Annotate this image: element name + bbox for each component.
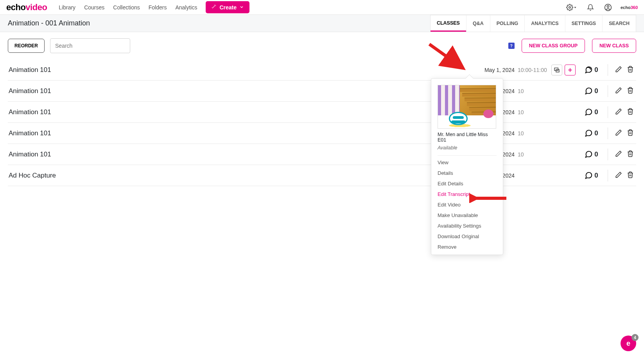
- comments[interactable]: 0: [579, 108, 603, 117]
- comment-count: 0: [594, 172, 598, 180]
- row-time: 10: [518, 151, 549, 158]
- tab-classes[interactable]: CLASSES: [431, 15, 466, 32]
- row-title: Animation 101: [8, 87, 484, 95]
- divider: [608, 170, 608, 181]
- svg-point-0: [569, 6, 571, 8]
- row-time: 10:00-11:00: [518, 67, 549, 73]
- annotation-arrow-1: [427, 42, 466, 74]
- chat-icon: [584, 171, 593, 180]
- brand-logo[interactable]: echovideo: [6, 2, 47, 13]
- comment-count: 0: [594, 129, 598, 137]
- new-class-button[interactable]: NEW CLASS: [592, 39, 636, 53]
- popover-view[interactable]: View: [431, 157, 503, 168]
- media-thumbnail[interactable]: [438, 85, 496, 129]
- pencil-icon: [615, 66, 622, 73]
- section-tabs: CLASSES Q&A POLLING ANALYTICS SETTINGS S…: [430, 15, 636, 32]
- new-class-group-button[interactable]: NEW CLASS GROUP: [522, 39, 585, 53]
- tab-qa[interactable]: Q&A: [466, 15, 490, 32]
- reorder-button[interactable]: REORDER: [8, 39, 45, 53]
- edit-button[interactable]: [613, 169, 624, 182]
- row-actions: 0: [549, 148, 636, 161]
- comments[interactable]: 0: [579, 129, 603, 138]
- topbar-right: echo360: [565, 2, 638, 13]
- settings-dropdown-button[interactable]: [565, 2, 578, 13]
- popover-details[interactable]: Details: [431, 168, 503, 178]
- pencil-icon: [615, 87, 622, 94]
- delete-button[interactable]: [624, 63, 636, 76]
- nav-folders[interactable]: Folders: [149, 4, 167, 11]
- wand-icon: [211, 4, 217, 11]
- comment-count: 0: [594, 108, 598, 116]
- class-row[interactable]: Ad Hoc Capture November 15, 2024 0: [8, 165, 636, 186]
- toolbar-right: ? NEW CLASS GROUP NEW CLASS: [508, 39, 636, 53]
- edit-button[interactable]: [613, 127, 624, 140]
- logo-part-2: video: [25, 2, 47, 12]
- class-row[interactable]: Animation 101 May 8, 2024 10 0: [8, 123, 636, 144]
- pencil-icon: [615, 108, 622, 115]
- nav-collections[interactable]: Collections: [113, 4, 140, 11]
- delete-button[interactable]: [624, 127, 636, 140]
- chevron-down-icon: [239, 4, 244, 11]
- media-popover: Mr. Men and Little Miss E01 Available Vi…: [431, 78, 503, 186]
- notifications-button[interactable]: [585, 2, 596, 13]
- edit-button[interactable]: [613, 148, 624, 161]
- row-actions: 0: [549, 169, 636, 182]
- trash-icon: [627, 108, 634, 115]
- comments[interactable]: 0: [579, 171, 603, 180]
- class-row[interactable]: Animation 101 May 10, 2024 10 0: [8, 144, 636, 165]
- svg-point-3: [607, 5, 609, 7]
- svg-line-9: [429, 44, 461, 66]
- delete-button[interactable]: [624, 106, 636, 118]
- tab-search[interactable]: SEARCH: [602, 15, 636, 32]
- comments[interactable]: 0: [579, 150, 603, 159]
- divider: [608, 127, 608, 139]
- add-media-button[interactable]: [565, 65, 576, 75]
- svg-marker-1: [574, 7, 576, 8]
- sub-bar: Animation - 001 Animation CLASSES Q&A PO…: [0, 15, 644, 32]
- divider: [608, 64, 608, 76]
- comments[interactable]: 0: [579, 66, 603, 74]
- delete-button[interactable]: [624, 148, 636, 161]
- class-row[interactable]: Animation 101 May 1, 2024 10:00-11:00 0: [8, 59, 636, 81]
- popover-edit-details[interactable]: Edit Details: [431, 178, 503, 186]
- nav-courses[interactable]: Courses: [84, 4, 104, 11]
- logo-part-1: echo: [6, 2, 25, 12]
- brand-small[interactable]: echo360: [621, 5, 638, 10]
- media-button[interactable]: [551, 65, 562, 75]
- comment-count: 0: [594, 87, 598, 95]
- tab-settings[interactable]: SETTINGS: [565, 15, 603, 32]
- row-title: Animation 101: [8, 66, 484, 74]
- popover-title: Mr. Men and Little Miss E01: [431, 132, 503, 143]
- tab-analytics[interactable]: ANALYTICS: [524, 15, 565, 32]
- chat-icon: [584, 150, 593, 159]
- delete-button[interactable]: [624, 84, 636, 97]
- trash-icon: [627, 129, 634, 136]
- edit-button[interactable]: [613, 106, 624, 118]
- class-row[interactable]: Animation 101 May 6, 2024 10 0: [8, 102, 636, 123]
- pencil-icon: [615, 129, 622, 136]
- nav-analytics[interactable]: Analytics: [175, 4, 197, 11]
- trash-icon: [627, 66, 634, 73]
- chat-icon: [584, 66, 593, 74]
- search-input[interactable]: [50, 38, 130, 53]
- chat-icon: [584, 129, 593, 138]
- help-icon[interactable]: ?: [508, 43, 515, 49]
- pencil-icon: [615, 171, 622, 178]
- page-title: Animation - 001 Animation: [8, 19, 90, 27]
- chat-icon: [584, 108, 593, 117]
- create-button[interactable]: Create: [206, 1, 249, 13]
- comments[interactable]: 0: [579, 87, 603, 95]
- nav-library[interactable]: Library: [59, 4, 75, 11]
- divider: [608, 149, 608, 160]
- delete-button[interactable]: [624, 169, 636, 182]
- row-title: Animation 101: [8, 108, 484, 116]
- account-button[interactable]: [603, 2, 614, 13]
- popover-separator: [438, 155, 497, 156]
- class-row[interactable]: Animation 101 May 3, 2024 10 0: [8, 81, 636, 102]
- tab-polling[interactable]: POLLING: [490, 15, 525, 32]
- edit-button[interactable]: [613, 84, 624, 97]
- edit-button[interactable]: [613, 63, 624, 76]
- pencil-icon: [615, 150, 622, 157]
- row-time: 10: [518, 109, 549, 115]
- comment-count: 0: [594, 66, 598, 74]
